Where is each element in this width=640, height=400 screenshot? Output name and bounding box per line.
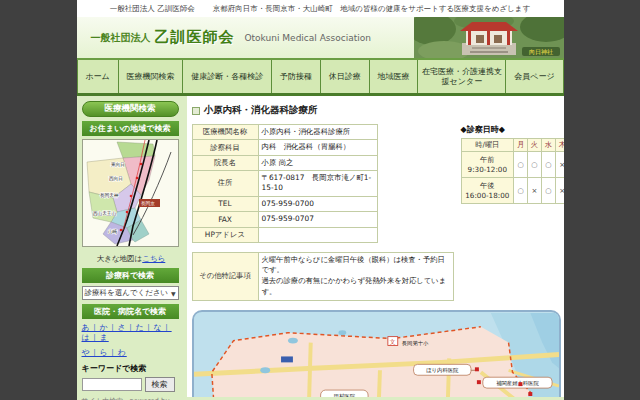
table-row: FAX075-959-0707 bbox=[192, 212, 377, 227]
keyword-label: キーワードで検索 bbox=[82, 363, 181, 374]
schedule-mark: × bbox=[527, 178, 541, 204]
info-value: 小原内科・消化器科診療所 bbox=[258, 125, 377, 140]
chevron-down-icon: ▼ bbox=[171, 290, 176, 297]
sidebar-search-header: 医療機関検索 bbox=[82, 101, 179, 117]
content-area: 医療機関検索 お住まいの地域で検索 bbox=[77, 96, 564, 397]
table-row: 時/曜日 月 火 水 木 金 土 日 bbox=[461, 139, 564, 152]
day-header: 水 bbox=[541, 139, 555, 152]
table-row: HPアドレス bbox=[192, 227, 377, 242]
period-time: 9:30-12:00 bbox=[462, 165, 514, 175]
site-title: 乙訓医師会 bbox=[155, 28, 235, 47]
nav-search[interactable]: 医療機関検索 bbox=[119, 60, 184, 93]
schedule-mark: × bbox=[555, 178, 563, 204]
dept-search-header: 診療科で検索 bbox=[82, 268, 179, 283]
station-yamazaki: 山崎 bbox=[108, 229, 118, 234]
table-row: 午後 16:00-18:00 ○ × ○ × ○ × × bbox=[461, 178, 564, 204]
big-map-link[interactable]: こちら bbox=[142, 254, 165, 263]
clinic-title: 小原内科・消化器科診療所 bbox=[204, 104, 318, 117]
department-select[interactable]: 診療科を選んでください ▼ bbox=[82, 286, 179, 300]
map-label-clinic1: ほり内科医院 bbox=[426, 368, 459, 375]
kana-links-row1[interactable]: あ｜か｜さ｜た｜な｜は｜ま bbox=[82, 323, 181, 344]
nav-holiday[interactable]: 休日診療 bbox=[321, 60, 370, 93]
day-header: 火 bbox=[527, 139, 541, 152]
info-value: 〒617-0817 長岡京市滝ノ町1-15-10 bbox=[258, 171, 377, 197]
region-map[interactable]: 東向日 西向日 長岡天神 長岡京 西山天王山 山崎 bbox=[82, 139, 179, 247]
big-map-note: 大きな地図はこちら bbox=[82, 254, 181, 264]
period-label: 午前 bbox=[462, 155, 514, 165]
nav-home[interactable]: ホーム bbox=[77, 60, 119, 93]
schedule-title: ◆診察日時◆ bbox=[461, 124, 564, 135]
info-value: 内科 消化器科（胃腸科） bbox=[258, 140, 377, 155]
city-map: 文 長岡第十小 ほり内科医院 補関産婦人科医院 馬場診療所 bbox=[192, 310, 561, 397]
period-label: 午後 bbox=[462, 181, 514, 191]
clinic-info-table: 医療機関名称小原内科・消化器科診療所 診察科目内科 消化器科（胃腸科） 院長名小… bbox=[192, 124, 378, 243]
city-map-image: 文 長岡第十小 ほり内科医院 補関産婦人科医院 馬場診療所 bbox=[194, 312, 559, 397]
table-row: 医療機関名称小原内科・消化器科診療所 bbox=[192, 125, 377, 140]
day-header: 月 bbox=[514, 139, 528, 152]
schedule-mark: ○ bbox=[514, 178, 528, 204]
info-label: 診察科目 bbox=[192, 140, 258, 155]
info-value bbox=[258, 227, 377, 242]
top-strip: 一般社団法人 乙訓医師会 京都府向日市・長岡京市・大山崎町 地域の皆様の健康をサ… bbox=[77, 0, 564, 17]
school-icon: 文 bbox=[389, 338, 395, 345]
info-label: TEL bbox=[192, 196, 258, 211]
schedule-table: 時/曜日 月 火 水 木 金 土 日 午前 9:30-12 bbox=[461, 138, 564, 204]
keyword-input[interactable] bbox=[82, 378, 142, 391]
shrine-photo: 向日神社 bbox=[414, 17, 564, 58]
top-strip-tagline: 京都府向日市・長岡京市・大山崎町 地域の皆様の健康をサポートする医療支援をめざし… bbox=[213, 4, 530, 14]
main-panel: 小原内科・消化器科診療所 医療機関名称小原内科・消化器科診療所 診察科目内科 消… bbox=[187, 96, 564, 397]
station-nagaokatenjin: 長岡天神 bbox=[100, 193, 119, 198]
schedule-period-am: 午前 9:30-12:00 bbox=[461, 152, 514, 178]
info-value: 075-959-0707 bbox=[258, 212, 377, 227]
info-label: 住所 bbox=[192, 171, 258, 197]
period-time: 16:00-18:00 bbox=[462, 191, 514, 201]
nav-checkup[interactable]: 健康診断・各種検診 bbox=[183, 60, 272, 93]
info-value: 075-959-0700 bbox=[258, 196, 377, 211]
site-page: 一般社団法人 乙訓医師会 京都府向日市・長岡京市・大山崎町 地域の皆様の健康をサ… bbox=[77, 0, 564, 400]
kana-links-row2[interactable]: や｜ら｜わ bbox=[82, 348, 181, 358]
title-bullet-icon bbox=[192, 107, 200, 115]
table-row: その他特記事項 火曜午前中ならびに金曜日午後（眼科）は検査・予約日です。 過去の… bbox=[192, 252, 453, 301]
top-strip-org: 一般社団法人 乙訓医師会 bbox=[110, 4, 195, 14]
station-nagaokakyo: 長岡京 bbox=[141, 201, 155, 206]
table-row: 診察科目内科 消化器科（胃腸科） bbox=[192, 140, 377, 155]
nav-members[interactable]: 会員ページ bbox=[506, 60, 563, 93]
keyword-search-button[interactable]: 検索 bbox=[145, 377, 175, 392]
info-value: 小原 尚之 bbox=[258, 155, 377, 170]
info-label: HPアドレス bbox=[192, 227, 258, 242]
site-header: 一般社団法人 乙訓医師会 Otokuni Medical Association… bbox=[77, 17, 564, 60]
nav-regional[interactable]: 地域医療 bbox=[370, 60, 419, 93]
photo-caption: 向日神社 bbox=[529, 48, 553, 56]
notes-line2: 過去の診療の有無にかかわらず発熱外来を対応しています。 bbox=[262, 276, 450, 298]
table-row: 院長名小原 尚之 bbox=[192, 155, 377, 170]
nav-vaccine[interactable]: 予防接種 bbox=[272, 60, 321, 93]
site-title-en: Otokuni Medical Association bbox=[245, 33, 371, 43]
info-label: 医療機関名称 bbox=[192, 125, 258, 140]
schedule-mark: ○ bbox=[541, 152, 555, 178]
schedule-period-pm: 午後 16:00-18:00 bbox=[461, 178, 514, 204]
info-label: 院長名 bbox=[192, 155, 258, 170]
area-search-header: お住まいの地域で検索 bbox=[82, 121, 179, 136]
notes-value: 火曜午前中ならびに金曜日午後（眼科）は検査・予約日です。 過去の診療の有無にかか… bbox=[258, 252, 453, 301]
schedule-mark: ○ bbox=[527, 152, 541, 178]
notes-label: その他特記事項 bbox=[192, 252, 258, 301]
sidebar: 医療機関検索 お住まいの地域で検索 bbox=[80, 96, 184, 397]
notes-table: その他特記事項 火曜午前中ならびに金曜日午後（眼科）は検査・予約日です。 過去の… bbox=[192, 252, 454, 302]
day-header: 木 bbox=[555, 139, 563, 152]
schedule-mark: ○ bbox=[541, 178, 555, 204]
schedule-corner: 時/曜日 bbox=[461, 139, 514, 152]
map-label-clinic5-line1: 田村医院 bbox=[333, 393, 355, 397]
notes-line1: 火曜午前中ならびに金曜日午後（眼科）は検査・予約日です。 bbox=[262, 255, 450, 277]
name-search-header: 医院・病院名で検索 bbox=[82, 304, 179, 319]
info-label: FAX bbox=[192, 212, 258, 227]
big-map-text: 大きな地図は bbox=[97, 254, 143, 263]
map-label-school1: 長岡第十小 bbox=[401, 340, 428, 346]
schedule-mark: × bbox=[555, 152, 563, 178]
nav-homecare[interactable]: 在宅医療・介護連携支援センター bbox=[418, 60, 506, 93]
main-nav: ホーム 医療機関検索 健康診断・各種検診 予防接種 休日診療 地域医療 在宅医療… bbox=[77, 60, 564, 96]
table-row: TEL075-959-0700 bbox=[192, 196, 377, 211]
department-select-value: 診療科を選んでください bbox=[85, 288, 169, 298]
table-row: 住所〒617-0817 長岡京市滝ノ町1-15-10 bbox=[192, 171, 377, 197]
schedule-mark: ○ bbox=[514, 152, 528, 178]
org-type: 一般社団法人 bbox=[91, 31, 151, 45]
